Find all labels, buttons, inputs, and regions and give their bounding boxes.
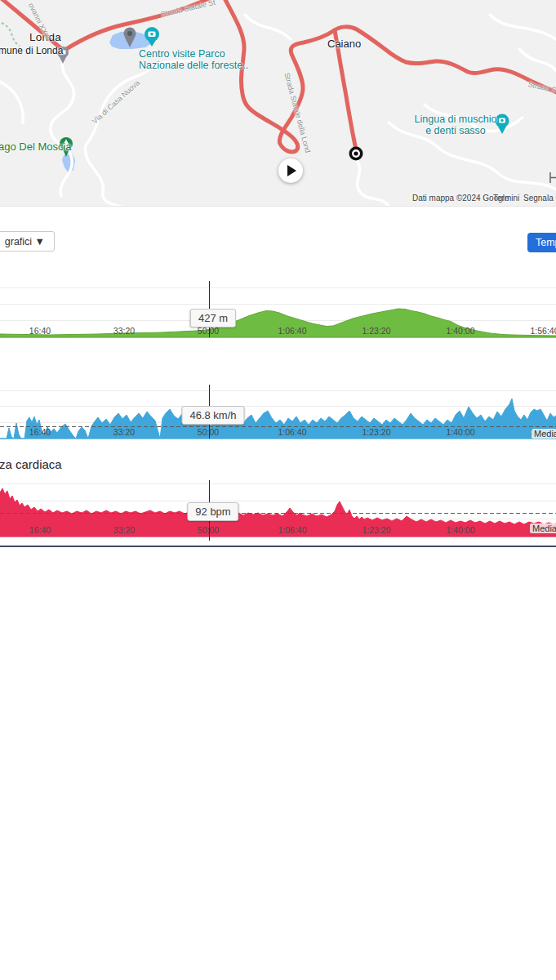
x-tick-label: 1:23:20 — [352, 525, 401, 535]
tempo-button[interactable]: Tempo — [527, 233, 556, 252]
terms-link[interactable]: Termini — [493, 194, 519, 203]
poi-label-lingua-di-muschio[interactable]: Lingua di muschio e denti sasso — [412, 114, 499, 136]
x-tick-label: 16:40 — [16, 427, 64, 437]
report-error-link[interactable]: Segnala un errore nella mappa — [523, 194, 556, 203]
elevation-tooltip: 427 m — [190, 309, 236, 327]
charts-menu-button[interactable]: grafici ▼ — [0, 231, 55, 252]
x-tick-label: 1:40:00 — [436, 326, 485, 336]
x-tick-label: 1:56:40 — [520, 326, 556, 336]
poi-label-line: Lingua di muschio — [412, 114, 499, 125]
section-divider — [0, 546, 556, 547]
x-tick-label: 1:40:00 — [436, 525, 485, 535]
poi-label-caiano[interactable]: Caiano — [327, 38, 361, 50]
heart-rate-tooltip: 92 bpm — [187, 502, 238, 521]
heart-rate-title: za cardiaca — [0, 457, 62, 471]
route-map[interactable]: Londa mune di Londa Caiano Centro visite… — [0, 0, 556, 207]
x-tick-label: 1:40:00 — [436, 427, 485, 437]
x-tick-label: 16:40 — [16, 525, 64, 535]
play-icon — [287, 165, 296, 176]
heart-rate-chart[interactable]: 16:4033:2050:001:06:401:23:201:40:001:56… — [0, 478, 556, 551]
poi-label-lago-del-moscia[interactable]: ago Del Moscia — [0, 140, 72, 153]
map-canvas — [0, 0, 556, 206]
x-tick-label: 50:00 — [184, 525, 233, 535]
position-marker-icon — [349, 147, 363, 161]
speed-plot[interactable] — [0, 380, 556, 449]
map-roads — [0, 15, 556, 206]
heart-rate-plot[interactable] — [0, 478, 556, 551]
x-tick-label: 1:06:40 — [268, 427, 317, 437]
x-tick-label: 16:40 — [16, 326, 64, 336]
x-tick-label: 1:23:20 — [352, 326, 401, 336]
x-tick-label: 1:23:20 — [352, 427, 401, 437]
x-tick-label: 33:20 — [100, 427, 149, 437]
speed-x-axis: 16:4033:2050:001:06:401:23:201:40:001:56… — [0, 427, 556, 439]
x-tick-label: 50:00 — [184, 427, 233, 437]
trail-path — [2, 23, 20, 46]
play-button[interactable] — [278, 158, 303, 183]
poi-label-line: e denti sasso — [412, 125, 499, 136]
heart-rate-average-label: Media: — [530, 523, 556, 533]
x-tick-label: 33:20 — [100, 525, 149, 535]
poi-label-line: Nazionale delle foreste.. — [139, 60, 248, 71]
heart-rate-x-axis: 16:4033:2050:001:06:401:23:201:40:001:56… — [0, 525, 556, 537]
elevation-x-axis: 16:4033:2050:001:06:401:23:201:40:001:56… — [0, 326, 556, 337]
x-tick-label: 1:06:40 — [268, 525, 317, 535]
poi-label-centro-visite[interactable]: Centro visite Parco Nazionale delle fore… — [139, 48, 248, 71]
x-tick-label: 33:20 — [100, 326, 149, 336]
activity-page: Londa mune di Londa Caiano Centro visite… — [0, 0, 556, 980]
speed-average-label: Media: — [532, 429, 556, 439]
elevation-chart[interactable]: 16:4033:2050:001:06:401:23:201:40:001:56… — [0, 278, 556, 347]
speed-chart[interactable]: 16:4033:2050:001:06:401:23:201:40:001:56… — [0, 380, 556, 449]
speed-tooltip: 46.8 km/h — [181, 406, 244, 425]
poi-label-line: Centro visite Parco — [139, 48, 248, 60]
poi-label-comune-di-londa[interactable]: mune di Londa — [0, 45, 63, 56]
scale-bar — [550, 172, 556, 183]
x-tick-label: 1:06:40 — [268, 326, 317, 336]
